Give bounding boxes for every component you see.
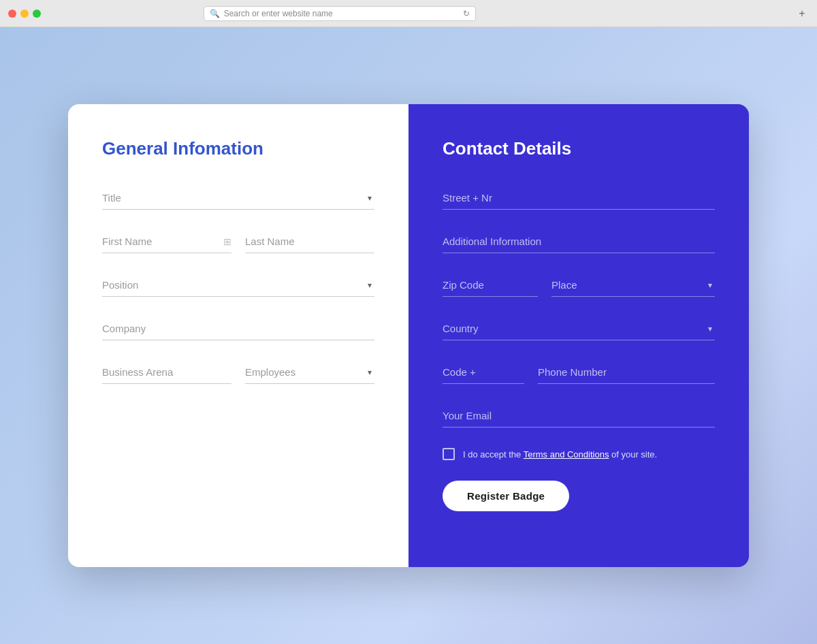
zip-code-field <box>443 274 538 297</box>
first-name-input[interactable] <box>102 230 231 253</box>
traffic-lights <box>8 10 41 18</box>
email-input[interactable] <box>443 404 715 428</box>
title-field: Title Mr. Ms. Dr. ▾ <box>102 187 374 210</box>
last-name-input[interactable] <box>245 230 374 253</box>
country-field: Country Germany Austria Switzerland ▾ <box>443 317 715 340</box>
zip-code-input[interactable] <box>443 274 538 297</box>
position-field: Position Manager Developer Designer ▾ <box>102 274 374 297</box>
phone-row <box>443 361 715 384</box>
main-background: General Infomation Title Mr. Ms. Dr. ▾ ⊞ <box>0 27 817 644</box>
address-bar[interactable]: 🔍 Search or enter website name ↻ <box>204 6 476 21</box>
general-info-title: General Infomation <box>102 138 374 159</box>
close-button[interactable] <box>8 10 16 18</box>
street-input[interactable] <box>443 187 715 210</box>
position-select[interactable]: Position Manager Developer Designer <box>102 274 374 297</box>
place-select[interactable]: Place Berlin Hamburg Munich <box>551 274 715 297</box>
phone-number-input[interactable] <box>538 361 715 384</box>
name-row: ⊞ <box>102 230 374 253</box>
reload-icon[interactable]: ↻ <box>463 9 470 18</box>
search-icon: 🔍 <box>210 9 220 18</box>
contact-details-panel: Contact Details Place Berlin Hamburg <box>408 104 749 567</box>
company-field <box>102 317 374 340</box>
terms-text: I do accept the Terms and Conditions of … <box>463 449 657 460</box>
last-name-field <box>245 230 374 253</box>
street-field <box>443 187 715 210</box>
terms-checkbox[interactable] <box>443 448 455 460</box>
register-badge-button[interactable]: Register Badge <box>443 481 569 511</box>
address-bar-text: Search or enter website name <box>224 9 333 18</box>
business-arena-input[interactable] <box>102 361 231 384</box>
employees-field: Employees 1-10 11-50 51-200 200+ ▾ <box>245 361 374 384</box>
minimize-button[interactable] <box>20 10 29 18</box>
contact-details-title: Contact Details <box>443 138 715 159</box>
additional-info-input[interactable] <box>443 230 715 253</box>
place-field: Place Berlin Hamburg Munich ▾ <box>551 274 715 297</box>
phone-number-field <box>538 361 715 384</box>
business-arena-field <box>102 361 231 384</box>
person-icon: ⊞ <box>223 236 231 247</box>
browser-chrome: 🔍 Search or enter website name ↻ + <box>0 0 817 27</box>
form-card: General Infomation Title Mr. Ms. Dr. ▾ ⊞ <box>68 104 749 567</box>
additional-info-field <box>443 230 715 253</box>
first-name-field: ⊞ <box>102 230 231 253</box>
company-input[interactable] <box>102 317 374 340</box>
email-field <box>443 404 715 428</box>
code-field <box>443 361 524 384</box>
new-tab-button[interactable]: + <box>795 7 809 20</box>
general-info-panel: General Infomation Title Mr. Ms. Dr. ▾ ⊞ <box>68 104 408 567</box>
business-row: Employees 1-10 11-50 51-200 200+ ▾ <box>102 361 374 384</box>
title-select[interactable]: Title Mr. Ms. Dr. <box>102 187 374 210</box>
terms-row: I do accept the Terms and Conditions of … <box>443 448 715 460</box>
maximize-button[interactable] <box>33 10 41 18</box>
employees-select[interactable]: Employees 1-10 11-50 51-200 200+ <box>245 361 374 384</box>
country-select[interactable]: Country Germany Austria Switzerland <box>443 317 715 340</box>
zip-place-row: Place Berlin Hamburg Munich ▾ <box>443 274 715 297</box>
terms-link[interactable]: Terms and Conditions <box>524 449 609 460</box>
code-input[interactable] <box>443 361 524 384</box>
